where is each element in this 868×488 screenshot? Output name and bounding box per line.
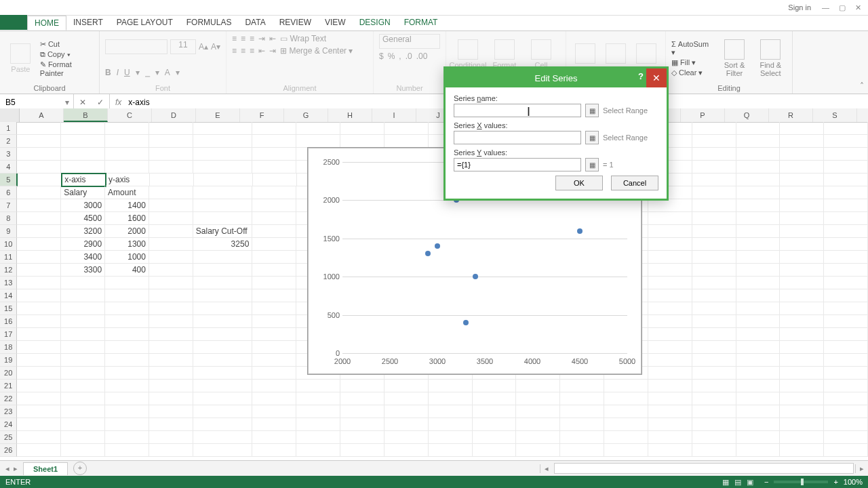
cell[interactable] <box>780 392 824 405</box>
cell[interactable] <box>61 392 105 405</box>
cell[interactable] <box>648 225 692 238</box>
cell[interactable] <box>824 289 868 302</box>
cell[interactable] <box>340 380 384 392</box>
cell[interactable] <box>648 418 692 431</box>
cell[interactable] <box>61 405 105 418</box>
cell[interactable] <box>17 367 61 380</box>
cell[interactable] <box>736 264 781 277</box>
row-header[interactable]: 16 <box>0 315 17 328</box>
cell[interactable] <box>252 302 296 315</box>
cell[interactable] <box>149 122 193 135</box>
cell[interactable] <box>193 264 253 277</box>
cell[interactable] <box>824 238 868 251</box>
cell[interactable] <box>692 392 736 405</box>
wrap-text-button[interactable]: ▭ Wrap Text <box>280 34 326 43</box>
cell[interactable] <box>340 135 384 148</box>
cell[interactable] <box>473 431 517 444</box>
autosum-button[interactable]: Σ AutoSum ▾ <box>671 40 714 57</box>
row-header[interactable]: 4 <box>0 161 17 174</box>
cell[interactable] <box>252 277 296 289</box>
cell[interactable] <box>252 264 296 277</box>
tab-insert[interactable]: INSERT <box>66 16 110 30</box>
cell[interactable] <box>296 135 340 148</box>
cell[interactable] <box>692 341 736 354</box>
cell[interactable] <box>384 122 429 135</box>
collapse-ribbon-icon[interactable]: ˄ <box>860 81 864 91</box>
cell[interactable] <box>692 225 736 238</box>
cell[interactable] <box>105 277 149 289</box>
cell[interactable] <box>105 341 149 354</box>
cell[interactable] <box>692 431 736 444</box>
cell[interactable] <box>252 212 296 225</box>
cell[interactable] <box>61 161 105 174</box>
cell[interactable] <box>296 122 340 135</box>
close-icon[interactable]: ✕ <box>855 3 861 12</box>
cell[interactable] <box>736 302 781 315</box>
cell[interactable] <box>604 431 648 444</box>
minimize-icon[interactable]: — <box>822 3 829 12</box>
data-point[interactable] <box>435 243 440 249</box>
cell[interactable] <box>736 148 781 161</box>
format-painter-button[interactable]: ✎ Format Painter <box>40 60 94 77</box>
cell[interactable] <box>560 380 604 392</box>
cell[interactable] <box>648 199 692 212</box>
cell[interactable] <box>560 418 604 431</box>
cell[interactable] <box>648 328 692 341</box>
cell[interactable] <box>17 289 61 302</box>
cell[interactable] <box>692 186 736 199</box>
cell[interactable]: y-axis <box>106 174 150 186</box>
sheet-nav-prev-icon[interactable]: ◂ <box>5 464 9 473</box>
cell[interactable] <box>692 122 736 135</box>
cell[interactable] <box>780 148 824 161</box>
cell[interactable] <box>736 431 781 444</box>
cell[interactable] <box>429 431 473 444</box>
cell[interactable] <box>61 315 105 328</box>
cell[interactable] <box>736 238 781 251</box>
data-point[interactable] <box>463 320 469 325</box>
column-header[interactable]: C <box>108 108 152 122</box>
cell[interactable] <box>429 392 473 405</box>
cell[interactable] <box>692 444 736 457</box>
cell[interactable] <box>252 161 296 174</box>
cell[interactable] <box>296 444 340 457</box>
cell[interactable] <box>61 431 105 444</box>
column-header[interactable]: R <box>769 108 813 122</box>
fill-button[interactable]: ▦ Fill ▾ <box>671 58 714 67</box>
add-sheet-icon[interactable]: + <box>73 462 87 475</box>
cell[interactable] <box>824 148 868 161</box>
row-header[interactable]: 5 <box>0 174 18 186</box>
cell[interactable] <box>193 341 253 354</box>
cell[interactable]: 3200 <box>61 225 105 238</box>
bold-button[interactable]: B <box>105 68 111 77</box>
cell[interactable] <box>648 315 692 328</box>
column-header[interactable]: Q <box>725 108 769 122</box>
cell[interactable] <box>149 367 193 380</box>
cell[interactable] <box>692 174 736 186</box>
worksheet-grid[interactable]: ABCDEFGHIJKLMNOPQRS 12345x-axisy-axis6Sa… <box>0 108 868 461</box>
tab-formulas[interactable]: FORMULAS <box>180 16 239 30</box>
cell[interactable] <box>824 418 868 431</box>
cell[interactable] <box>17 354 61 367</box>
cell[interactable] <box>736 315 781 328</box>
cell[interactable] <box>17 212 61 225</box>
copy-button[interactable]: ⧉ Copy ▾ <box>40 50 94 59</box>
cell[interactable] <box>105 328 149 341</box>
tab-view[interactable]: VIEW <box>318 16 353 30</box>
signin-link[interactable]: Sign in <box>788 3 811 12</box>
cell[interactable] <box>17 431 61 444</box>
cell[interactable] <box>824 174 868 186</box>
dialog-close-icon[interactable]: ✕ <box>646 68 667 87</box>
cell[interactable] <box>824 302 868 315</box>
cell[interactable] <box>780 405 824 418</box>
cell[interactable] <box>149 302 193 315</box>
cell[interactable] <box>824 354 868 367</box>
cell[interactable] <box>824 122 868 135</box>
cell[interactable] <box>17 238 61 251</box>
row-header[interactable]: 15 <box>0 302 17 315</box>
cell[interactable] <box>692 367 736 380</box>
cell[interactable] <box>692 161 736 174</box>
cell[interactable] <box>17 302 61 315</box>
cell[interactable]: 1600 <box>105 212 149 225</box>
cell[interactable] <box>149 186 193 199</box>
cell[interactable] <box>150 174 194 186</box>
